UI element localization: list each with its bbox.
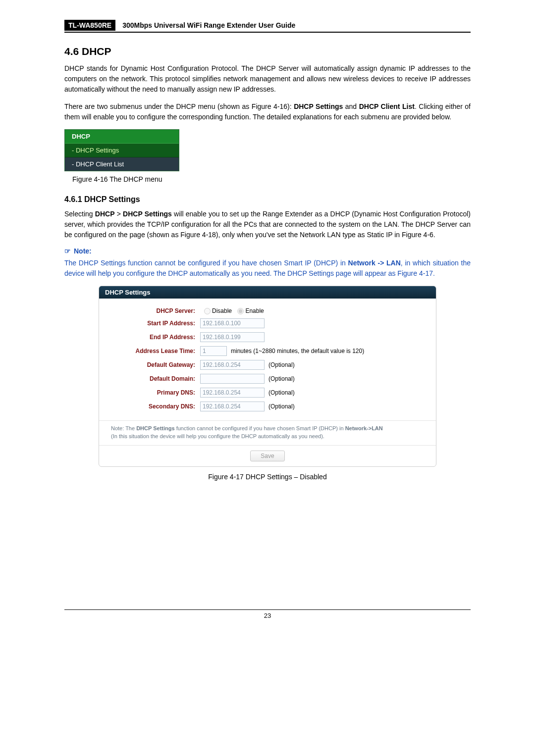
label-lease: Address Lease Time: bbox=[111, 348, 200, 354]
input-gateway[interactable] bbox=[200, 360, 265, 370]
input-domain[interactable] bbox=[200, 374, 265, 384]
row-pdns: Primary DNS: (Optional) bbox=[111, 388, 424, 398]
optional-hint: (Optional) bbox=[268, 361, 295, 368]
model-badge: TL-WA850RE bbox=[64, 20, 115, 31]
label-domain: Default Domain: bbox=[111, 375, 200, 382]
section-paragraph-2: There are two submenus under the DHCP me… bbox=[64, 101, 471, 122]
row-lease: Address Lease Time: minutes (1~2880 minu… bbox=[111, 346, 424, 356]
panel-title: DHCP Settings bbox=[99, 286, 436, 299]
menu-item-dhcp-settings: - DHCP Settings bbox=[65, 144, 179, 157]
figure-4-17-caption: Figure 4-17 DHCP Settings – Disabled bbox=[64, 473, 471, 481]
note-label: ☞Note: bbox=[64, 247, 471, 255]
dhcp-menu-screenshot: DHCP - DHCP Settings - DHCP Client List bbox=[64, 129, 179, 171]
subsection-paragraph: Selecting DHCP > DHCP Settings will enab… bbox=[64, 209, 471, 240]
label-pdns: Primary DNS: bbox=[111, 389, 200, 396]
input-sdns[interactable] bbox=[200, 402, 265, 411]
header-rule bbox=[64, 32, 471, 33]
input-lease[interactable] bbox=[200, 346, 227, 356]
menu-item-dhcp-client-list: - DHCP Client List bbox=[65, 157, 179, 171]
page-number: 23 bbox=[64, 610, 471, 629]
input-end-ip[interactable] bbox=[200, 332, 265, 342]
row-end-ip: End IP Address: bbox=[111, 332, 424, 342]
optional-hint: (Optional) bbox=[268, 375, 295, 382]
label-dhcp-server: DHCP Server: bbox=[111, 307, 200, 314]
section-paragraph-1: DHCP stands for Dynamic Host Configurati… bbox=[64, 63, 471, 95]
row-dhcp-server: DHCP Server: Disable Enable bbox=[111, 307, 424, 314]
optional-hint: (Optional) bbox=[268, 389, 295, 396]
row-start-ip: Start IP Address: bbox=[111, 318, 424, 328]
pointing-hand-icon: ☞ bbox=[64, 247, 71, 255]
section-heading: 4.6 DHCP bbox=[64, 46, 471, 57]
lease-hint: minutes (1~2880 minutes, the default val… bbox=[231, 348, 364, 354]
label-sdns: Secondary DNS: bbox=[111, 403, 200, 410]
row-domain: Default Domain: (Optional) bbox=[111, 374, 424, 384]
save-button[interactable]: Save bbox=[250, 451, 284, 461]
input-start-ip[interactable] bbox=[200, 318, 265, 328]
label-end-ip: End IP Address: bbox=[111, 334, 200, 341]
label-gateway: Default Gateway: bbox=[111, 361, 200, 368]
menu-header: DHCP bbox=[65, 130, 179, 144]
radio-enable[interactable] bbox=[237, 308, 244, 314]
doc-title: 300Mbps Universal WiFi Range Extender Us… bbox=[115, 21, 295, 29]
row-gateway: Default Gateway: (Optional) bbox=[111, 360, 424, 370]
radio-disable[interactable] bbox=[204, 308, 211, 314]
row-sdns: Secondary DNS: (Optional) bbox=[111, 402, 424, 411]
note-text: The DHCP Settings function cannot be con… bbox=[64, 258, 471, 279]
panel-note: Note: The DHCP Settings function cannot … bbox=[99, 420, 436, 445]
subsection-heading: 4.6.1 DHCP Settings bbox=[64, 195, 471, 204]
label-start-ip: Start IP Address: bbox=[111, 320, 200, 327]
optional-hint: (Optional) bbox=[268, 403, 295, 410]
doc-header: TL-WA850RE 300Mbps Universal WiFi Range … bbox=[64, 20, 471, 31]
input-pdns[interactable] bbox=[200, 388, 265, 398]
figure-4-16-caption: Figure 4-16 The DHCP menu bbox=[72, 175, 471, 183]
dhcp-settings-panel: DHCP Settings DHCP Server: Disable Enabl… bbox=[99, 286, 436, 467]
